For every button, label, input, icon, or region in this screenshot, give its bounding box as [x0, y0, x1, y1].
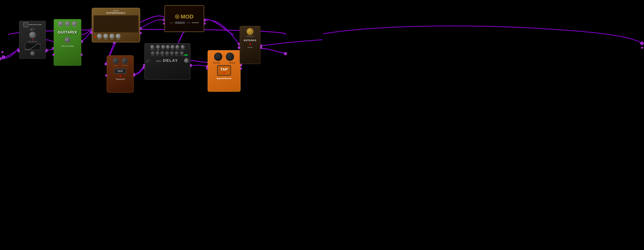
- delay-led-display: 120: [184, 54, 188, 56]
- mod-bottom-controls: model vintage c2x 12 output: [170, 22, 199, 24]
- supersonic-led: [94, 36, 96, 38]
- svg-point-0: [0, 58, 2, 60]
- hpf-graph: [25, 43, 40, 50]
- supersonic-controls: GAIN BASS TREBLE VOLUME: [94, 33, 138, 40]
- supersonic-output-port: [140, 32, 142, 34]
- mod-model-value: vintage c2x 12: [176, 22, 184, 23]
- hpf-fine-knob[interactable]: [30, 51, 35, 56]
- delay-tap-label: TAP: [185, 57, 187, 58]
- supersonic-gain-knob[interactable]: [97, 34, 102, 38]
- delay-curtempo-knob[interactable]: [180, 51, 184, 55]
- hpf-title: HIGH-PASS FILTER: [29, 24, 42, 26]
- supersonic-treble-knob[interactable]: [110, 34, 114, 38]
- tubewarmth-drive-knob[interactable]: [113, 58, 119, 64]
- tubewarmth-input-port: [105, 74, 107, 76]
- guitarix-level-knob[interactable]: [72, 21, 77, 26]
- delay-crossfeed-knob[interactable]: [181, 45, 184, 49]
- sigmoid-postgain-knob[interactable]: [214, 52, 222, 61]
- hpf-pedal: ⊕ HIGH-PASS FILTER ORDER FREQ: 600.00 Hz: [19, 21, 46, 59]
- delay-blend-knob[interactable]: [170, 45, 174, 49]
- hpf-header: ⊕ HIGH-PASS FILTER: [23, 22, 42, 27]
- sigmoid-tap-button[interactable]: TAP: [217, 65, 231, 76]
- order-dot-2[interactable]: [32, 29, 33, 30]
- mod-output-port: [204, 22, 206, 24]
- sigmoid-knobs: [214, 52, 234, 61]
- sigmoid-led: [224, 72, 225, 74]
- supersonic-brand: guitarix: [113, 10, 119, 12]
- guitarix-center-knob[interactable]: [64, 37, 70, 43]
- delay-lcf-knob[interactable]: [156, 51, 160, 55]
- mod-symbol-icon: ⊛: [175, 14, 179, 19]
- delay-tap-knob[interactable]: [184, 58, 188, 63]
- sigmoid-pregain-knob[interactable]: [226, 52, 234, 61]
- svg-point-6: [2, 56, 5, 59]
- mod-output-meter: [192, 22, 199, 23]
- delay-div2-knob[interactable]: [166, 45, 170, 49]
- delay-bypass-footswitch[interactable]: [146, 61, 148, 63]
- tubewarmth-tape-knob[interactable]: [122, 58, 128, 64]
- delay-pedal: TEMPO/MODE USER TEMPO DIV 1 DIV 2 BLEND …: [144, 43, 190, 80]
- sigmoid-name-label: Sigmoid Booster: [216, 77, 232, 80]
- delay-hcf-on-knob[interactable]: [165, 51, 169, 55]
- supersonic-volume-knob[interactable]: [116, 34, 120, 38]
- svg-point-1: [284, 52, 287, 55]
- delay-name-row: BYPASS Bollie DELAY TAP: [146, 57, 188, 63]
- antanas-pedal: THRESHOLD ANTANAS ebGate: [240, 26, 260, 64]
- delay-output-port: [190, 64, 192, 66]
- guitarix-pedal: DRIVE TONE LEVEL GUITARIX Tube Screamer: [54, 19, 81, 66]
- supersonic-header: guitarix SUPERSONIC: [94, 10, 138, 14]
- delay-lcf-on-knob[interactable]: [151, 51, 155, 55]
- hpf-output-port: [45, 50, 47, 52]
- guitarix-input-port: [52, 54, 54, 56]
- guitarix-logo: GUITARIX: [58, 30, 77, 34]
- mod-output-label: output: [187, 22, 190, 23]
- antanas-threshold-knob[interactable]: [246, 28, 254, 35]
- delay-bypass-label: BYPASS: [146, 60, 150, 61]
- hpf-main-knob[interactable]: [29, 32, 36, 38]
- delay-lowq-knob[interactable]: [160, 51, 164, 55]
- order-dot-1[interactable]: [30, 29, 32, 30]
- guitarix-tone-group: TONE: [65, 21, 70, 28]
- hpf-input-port: [18, 50, 20, 52]
- sigmoid-output-port: [240, 68, 242, 70]
- antanas-brand-label: ANTANAS: [244, 39, 256, 42]
- delay-bottom-knobs: LCF ON LCF LOW Q HCF ON HCF HIGH Q CUR T…: [146, 51, 188, 56]
- tubewarmth-name-label: Tubewarmth: [116, 78, 125, 80]
- hpf-led: [32, 39, 33, 40]
- input-port-left: [2, 51, 4, 53]
- tubewarmth-led: [120, 76, 121, 77]
- guitarix-drive-group: DRIVE: [58, 21, 63, 28]
- guitarix-drive-knob[interactable]: [58, 21, 63, 26]
- tubewarmth-tap-button[interactable]: TAP: [114, 68, 126, 74]
- mod-pedal: ⊛ MOD model vintage c2x 12 output: [164, 5, 204, 32]
- delay-highq-knob[interactable]: [175, 51, 178, 55]
- supersonic-model: SUPERSONIC: [106, 12, 126, 14]
- guitarix-subtitle: Tube Screamer: [61, 45, 74, 47]
- antanas-name-label: ebGate: [248, 46, 252, 48]
- guitarix-knobs: DRIVE TONE LEVEL: [58, 21, 77, 28]
- delay-div1-knob[interactable]: [161, 45, 165, 49]
- delay-feedback-knob[interactable]: [176, 45, 179, 49]
- tubewarmth-knob-labels: DRIVE TAPE/TUBE: [113, 65, 128, 66]
- svg-point-27: [640, 42, 644, 45]
- tubewarmth-knobs: [113, 58, 128, 64]
- antanas-led: [249, 44, 251, 45]
- supersonic-bass-knob[interactable]: [103, 34, 108, 38]
- antanas-threshold-label: THRESHOLD: [246, 36, 254, 37]
- tubewarmth-pedal: DRIVE TAPE/TUBE TAP Tubewarmth: [107, 55, 134, 92]
- delay-tempo-mode-knob[interactable]: [150, 45, 154, 49]
- hpf-order-dots: [30, 29, 34, 30]
- guitarix-tone-knob[interactable]: [65, 21, 70, 26]
- delay-hcf-knob[interactable]: [170, 51, 174, 55]
- antanas-input-port: [238, 47, 240, 49]
- sigmoid-knob-labels: POST-GAIN PRE-GAIN: [209, 62, 239, 64]
- hpf-freq-label: FREQ: 600.00 Hz: [28, 41, 37, 42]
- delay-top-knobs: TEMPO/MODE USER TEMPO DIV 1 DIV 2 BLEND …: [146, 45, 188, 51]
- output-port-right: [641, 47, 643, 49]
- order-dot-3[interactable]: [34, 29, 34, 30]
- mod-input-port: [163, 22, 165, 24]
- delay-brand-label: Bollie: [156, 60, 161, 62]
- supersonic-input-port: [91, 32, 93, 34]
- hpf-order-label: ORDER: [31, 28, 34, 29]
- delay-user-tempo-knob[interactable]: [156, 45, 160, 49]
